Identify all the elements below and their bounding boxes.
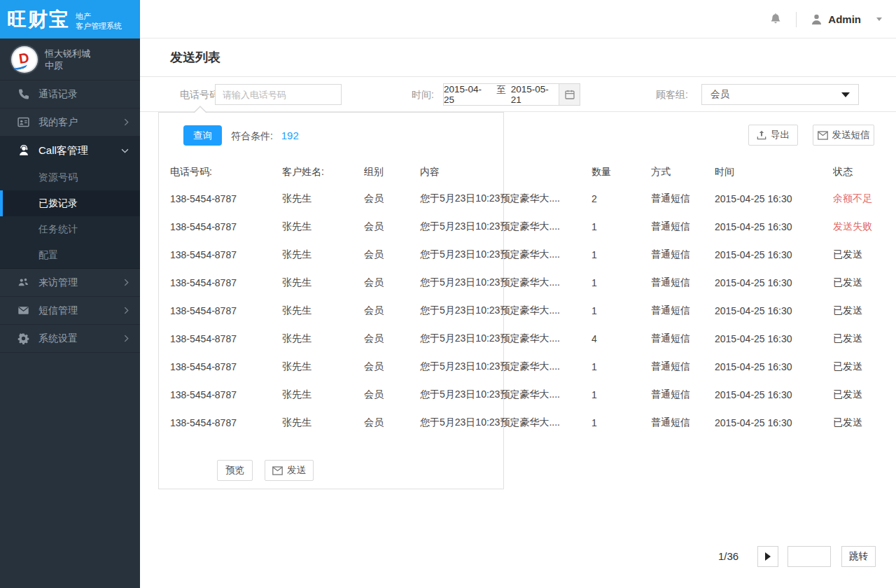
header-status: 状态 (833, 166, 876, 178)
gear-icon (18, 332, 29, 344)
cell-quantity: 1 (592, 221, 651, 232)
date-separator: 至 (496, 84, 506, 105)
cell-content: 您于5月23日10:23预定豪华大.... (420, 220, 592, 233)
match-label: 符合条件: (231, 130, 273, 141)
cell-customer-name: 张先生 (282, 276, 364, 289)
next-page-button[interactable] (757, 546, 778, 567)
send-button[interactable]: 发送 (265, 460, 314, 481)
sidebar: 旺财宝 地产 客户管理系统 D 恒大锐利城 中原 通话记录 (0, 0, 140, 588)
cell-quantity: 1 (592, 389, 651, 400)
sidebar-subitem-resource-numbers[interactable]: 资源号码 (0, 164, 140, 190)
sidebar-item-my-customers[interactable]: 我的客户 (0, 108, 140, 136)
table-row[interactable]: 138-5454-8787 张先生 会员 您于5月23日10:23预定豪华大..… (170, 381, 876, 409)
cell-content: 您于5月23日10:23预定豪华大.... (420, 388, 592, 401)
sidebar-item-system-settings[interactable]: 系统设置 (0, 325, 140, 353)
call-agent-icon (18, 144, 30, 157)
header-qty: 数量 (592, 166, 651, 178)
notification-bell-icon[interactable] (769, 13, 782, 26)
table-row[interactable]: 138-5454-8787 张先生 会员 您于5月23日10:23预定豪华大..… (170, 409, 876, 437)
chevron-right-icon (124, 118, 129, 126)
cell-method: 普通短信 (651, 360, 715, 373)
sidebar-item-sms-management[interactable]: 短信管理 (0, 297, 140, 325)
topbar: Admin (140, 0, 896, 38)
phone-search-input[interactable] (215, 84, 342, 105)
table-row[interactable]: 138-5454-8787 张先生 会员 您于5月23日10:23预定豪华大..… (170, 213, 876, 241)
org-logo-icon: D (13, 48, 36, 71)
cell-customer-name: 张先生 (282, 388, 364, 401)
sidebar-subitem-dialed-records[interactable]: 已拨记录 (0, 190, 140, 216)
phone-icon (18, 88, 29, 100)
page-indicator: 1/36 (718, 546, 738, 567)
header-phone: 电话号码: (170, 166, 282, 178)
play-right-icon (765, 552, 771, 561)
cell-method: 普通短信 (651, 248, 715, 261)
cell-time: 2015-04-25 16:30 (715, 333, 833, 344)
cell-time: 2015-04-25 16:30 (715, 361, 833, 372)
cell-status: 余额不足 (833, 192, 876, 205)
table-header-row: 电话号码: 客户姓名: 组别 内容 数量 方式 时间 状态 (170, 160, 876, 185)
sidebar-item-visitor-management[interactable]: 来访管理 (0, 269, 140, 297)
table-body: 138-5454-8787 张先生 会员 您于5月23日10:23预定豪华大..… (170, 185, 876, 437)
chevron-down-icon (121, 148, 129, 153)
cell-phone: 138-5454-8787 (170, 361, 282, 372)
send-sms-button[interactable]: 发送短信 (813, 125, 874, 146)
cell-method: 普通短信 (651, 388, 715, 401)
customer-group-select[interactable]: 会员 (701, 84, 859, 105)
date-range-picker[interactable]: 2015-04-25 至 2015-05-21 (443, 83, 580, 106)
cell-time: 2015-04-25 16:30 (715, 305, 833, 316)
customer-group-label: 顾客组: (656, 77, 688, 112)
select-caret-icon (841, 92, 850, 97)
visitors-icon (18, 276, 29, 288)
header-time: 时间 (715, 166, 833, 178)
sidebar-subitem-task-stats[interactable]: 任务统计 (0, 216, 140, 242)
cell-quantity: 1 (592, 361, 651, 372)
preview-button[interactable]: 预览 (217, 460, 253, 481)
content-area: 查询 符合条件: 192 导出 发送短信 电话号码: 客户姓 (140, 112, 896, 587)
envelope-icon (818, 131, 828, 140)
topbar-divider (796, 12, 797, 27)
cell-time: 2015-04-25 16:30 (715, 417, 833, 428)
header-method: 方式 (651, 166, 715, 178)
table-row[interactable]: 138-5454-8787 张先生 会员 您于5月23日10:23预定豪华大..… (170, 241, 876, 269)
sidebar-item-call-records[interactable]: 通话记录 (0, 80, 140, 108)
page-jump-input[interactable] (788, 546, 831, 567)
calendar-icon[interactable] (559, 84, 580, 105)
cell-group: 会员 (364, 388, 420, 401)
sidebar-item-call-management[interactable]: Call客管理 (0, 136, 140, 164)
table-row[interactable]: 138-5454-8787 张先生 会员 您于5月23日10:23预定豪华大..… (170, 325, 876, 353)
query-button[interactable]: 查询 (183, 125, 222, 146)
cell-method: 普通短信 (651, 276, 715, 289)
cell-customer-name: 张先生 (282, 220, 364, 233)
cell-group: 会员 (364, 304, 420, 317)
table-row[interactable]: 138-5454-8787 张先生 会员 您于5月23日10:23预定豪华大..… (170, 185, 876, 213)
cell-status: 已发送 (833, 276, 876, 289)
user-menu-caret-icon[interactable] (876, 18, 882, 21)
export-icon (757, 130, 766, 140)
filterbar: 电话号码: 时间: 2015-04-25 至 2015-05-21 顾客组: 会… (140, 77, 896, 112)
table-row[interactable]: 138-5454-8787 张先生 会员 您于5月23日10:23预定豪华大..… (170, 353, 876, 381)
export-button[interactable]: 导出 (748, 125, 798, 146)
match-count: 192 (281, 130, 299, 141)
cell-method: 普通短信 (651, 332, 715, 345)
brand-logo-text: 旺财宝 (7, 6, 70, 33)
user-icon (811, 13, 822, 25)
cell-quantity: 1 (592, 417, 651, 428)
table-row[interactable]: 138-5454-8787 张先生 会员 您于5月23日10:23预定豪华大..… (170, 297, 876, 325)
cell-status: 已发送 (833, 416, 876, 429)
table-row[interactable]: 138-5454-8787 张先生 会员 您于5月23日10:23预定豪华大..… (170, 269, 876, 297)
date-to: 2015-05-21 (511, 84, 559, 105)
cell-phone: 138-5454-8787 (170, 193, 282, 204)
cell-content: 您于5月23日10:23预定豪华大.... (420, 360, 592, 373)
main-area: Admin 发送列表 电话号码: 时间: 2015-04-25 至 2015-0… (140, 0, 896, 588)
cell-status: 发送失败 (833, 220, 876, 233)
cell-customer-name: 张先生 (282, 192, 364, 205)
cell-phone: 138-5454-8787 (170, 389, 282, 400)
header-name: 客户姓名: (282, 166, 364, 178)
cell-group: 会员 (364, 192, 420, 205)
user-name[interactable]: Admin (828, 13, 861, 25)
sidebar-subitem-config[interactable]: 配置 (0, 242, 140, 268)
cell-time: 2015-04-25 16:30 (715, 249, 833, 260)
page-jump-button[interactable]: 跳转 (841, 546, 876, 567)
cell-customer-name: 张先生 (282, 416, 364, 429)
date-from: 2015-04-25 (444, 84, 491, 105)
